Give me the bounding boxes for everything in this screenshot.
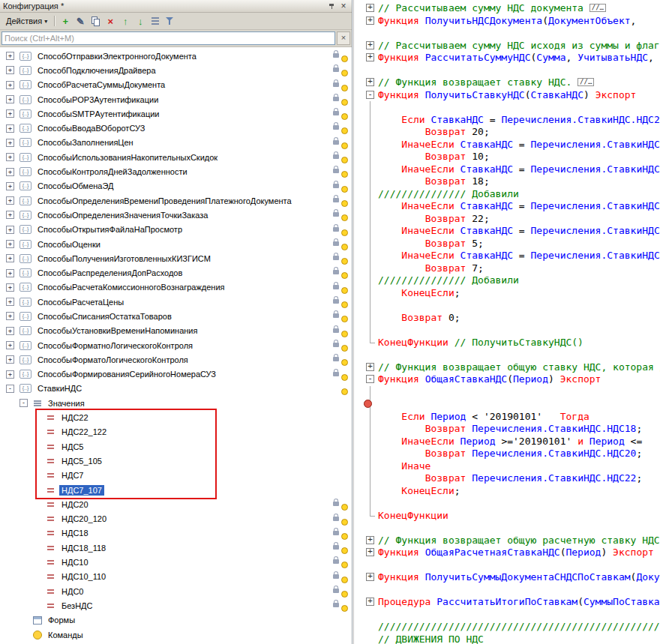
code-line[interactable]: КонецЕсли; — [354, 485, 660, 498]
tree-item[interactable]: НДС18 — [0, 526, 352, 541]
actions-menu-button[interactable]: Действия ▾ — [2, 14, 51, 28]
fold-plus-icon[interactable]: + — [366, 78, 374, 86]
fold-plus-icon[interactable]: + — [366, 548, 374, 556]
code-line[interactable] — [354, 299, 660, 312]
tree-item[interactable]: +{..}СпособПодключенияДрайвера — [0, 63, 352, 77]
tree-item[interactable]: +{..}СпособыSMTPАутентификации — [0, 106, 352, 121]
tree-item[interactable]: +{..}СпособыОценки — [0, 237, 352, 251]
tree-item[interactable]: +{..}СпособыЗаполненияЦен — [0, 136, 352, 150]
tree-item[interactable]: +{..}СпособыРаспределенияДопРасходов — [0, 265, 352, 280]
code-line[interactable]: // ДВИЖЕНИЯ ПО НДС — [354, 634, 660, 644]
expander-plus-icon[interactable]: + — [6, 370, 14, 379]
fold-plus-icon[interactable]: + — [366, 41, 374, 49]
code-line[interactable]: КонецФункции // ПолучитьСтавкуНДС() — [354, 337, 660, 349]
tree-item[interactable]: БезНДС — [0, 598, 352, 613]
tree-item[interactable]: +{..}СпособыВводаВОборотСУЗ — [0, 121, 352, 135]
fold-plus-icon[interactable]: + — [366, 536, 374, 544]
code-line[interactable]: /////////////// Добавили — [354, 274, 660, 287]
clear-search-icon[interactable]: × — [337, 31, 350, 45]
code-line[interactable]: Возврат 7; — [354, 262, 660, 275]
tree-item[interactable]: Формы — [0, 613, 352, 628]
expander-plus-icon[interactable]: + — [6, 355, 14, 364]
code-line[interactable]: +// Рассчитываем сумму НДС документа //… — [354, 2, 660, 15]
fold-plus-icon[interactable]: + — [366, 573, 374, 581]
code-line[interactable] — [354, 559, 660, 572]
tree-item[interactable]: +{..}СпособыИспользованияНакопительныхСк… — [0, 150, 352, 164]
tree-item[interactable]: НДС7 — [0, 469, 352, 483]
expander-plus-icon[interactable]: + — [6, 312, 14, 320]
move-down-button[interactable]: ↓ — [133, 14, 148, 28]
code-line[interactable]: Иначе — [354, 460, 660, 473]
edit-button[interactable]: ✎ — [73, 14, 88, 28]
code-line[interactable]: +Процедура РассчитатьИтогиПоСтавкам(Сумм… — [354, 596, 660, 609]
pin-icon[interactable] — [326, 1, 337, 11]
tree-item[interactable]: НДС10 — [0, 555, 352, 569]
code-line[interactable]: Возврат 22; — [354, 213, 660, 226]
tree-item[interactable]: +{..}СпособыРасчетаКомиссионногоВознагра… — [0, 280, 352, 295]
fold-plus-icon[interactable]: + — [366, 16, 374, 25]
expander-plus-icon[interactable]: + — [6, 240, 14, 248]
fold-plus-icon[interactable]: + — [366, 598, 374, 606]
code-line[interactable]: ИначеЕсли СтавкаНДС = Перечисления.Ставк… — [354, 250, 660, 262]
code-line[interactable] — [354, 64, 660, 77]
code-line[interactable]: Если СтавкаНДС = Перечисления.СтавкиНДС.… — [354, 114, 660, 127]
expander-plus-icon[interactable]: + — [6, 283, 14, 292]
tree-item[interactable]: НДС0 — [0, 584, 352, 598]
tree-item[interactable]: +{..}СпособыОткрытияФайлаНаПросмотр — [0, 223, 352, 237]
move-up-button[interactable]: ↑ — [118, 14, 133, 28]
tree-item[interactable]: +{..}СпособОтправкиЭлектронногоДокумента — [0, 49, 352, 63]
expander-plus-icon[interactable]: + — [6, 226, 14, 234]
expander-plus-icon[interactable]: + — [6, 52, 14, 60]
tree-item[interactable]: НДС22 — [0, 410, 352, 424]
code-line[interactable]: +Функция ПолучитьСуммыДокументаСНДСПоСта… — [354, 571, 660, 584]
tree-item[interactable]: +{..}СпособыУстановкиВремениНапоминания — [0, 324, 352, 338]
code-line[interactable]: ИначеЕсли СтавкаНДС = Перечисления.Ставк… — [354, 225, 660, 238]
tree-item[interactable]: НДС10_110 — [0, 570, 352, 584]
tree-item[interactable]: +{..}СпособыОпределенияЗначенияТочкиЗака… — [0, 208, 352, 222]
fold-minus-icon[interactable]: - — [366, 91, 374, 99]
code-line[interactable]: +// Рассчитываем сумму НДС исходя из сум… — [354, 40, 660, 52]
tree-item[interactable]: +{..}СпособыФорматноЛогическогоКонтроля — [0, 338, 352, 352]
code-line[interactable]: ИначеЕсли СтавкаНДС = Перечисления.Ставк… — [354, 200, 660, 213]
code-line[interactable] — [354, 398, 660, 411]
tree-item[interactable]: НДС20 — [0, 497, 352, 511]
expander-plus-icon[interactable]: + — [6, 109, 14, 118]
fold-plus-icon[interactable]: + — [366, 4, 374, 12]
code-line[interactable] — [354, 609, 660, 622]
fold-plus-icon[interactable]: + — [366, 53, 374, 61]
copy-button[interactable] — [88, 14, 103, 28]
sort-button[interactable] — [148, 14, 163, 28]
close-icon[interactable]: × — [338, 1, 349, 11]
code-line[interactable] — [354, 386, 660, 399]
tree-item[interactable]: НДС5_105 — [0, 454, 352, 468]
tree-item[interactable]: +{..}СпособРасчетаСуммыДокумента — [0, 78, 352, 92]
code-line[interactable]: +// Функция возвращает общую расчетную с… — [354, 535, 660, 547]
breakpoint-icon[interactable] — [364, 400, 372, 408]
code-line[interactable]: ИначеЕсли СтавкаНДС = Перечисления.Ставк… — [354, 139, 660, 151]
expander-minus-icon[interactable]: - — [20, 399, 28, 407]
tree-item[interactable]: НДС20_120 — [0, 512, 352, 526]
expander-minus-icon[interactable]: - — [6, 385, 14, 393]
code-line[interactable] — [354, 101, 660, 114]
code-line[interactable]: ////////////////////////////////////////… — [354, 621, 660, 634]
expander-plus-icon[interactable]: + — [6, 341, 14, 349]
code-line[interactable]: +Функция ПолучитьНДСДокумента(ДокументОб… — [354, 15, 660, 28]
code-line[interactable] — [354, 497, 660, 510]
expander-plus-icon[interactable]: + — [6, 269, 14, 277]
code-line[interactable]: Возврат Перечисления.СтавкиНДС.НДС18; — [354, 423, 660, 436]
code-line[interactable]: ИначеЕсли Период >='20190101' и Период <… — [354, 436, 660, 448]
add-button[interactable]: + — [58, 14, 73, 28]
tree-item[interactable]: +{..}СпособыФорматоЛогическогоКонтроля — [0, 352, 352, 367]
expander-plus-icon[interactable]: + — [6, 124, 14, 133]
code-line[interactable]: -Функция ОбщаяСтавкаНДС(Период) Экспорт — [354, 373, 660, 386]
code-line[interactable]: +// Функция возвращает ставку НДС. //… — [354, 76, 660, 89]
code-line[interactable] — [354, 27, 660, 40]
code-editor[interactable]: +// Рассчитываем сумму НДС документа //…… — [353, 0, 660, 644]
expander-plus-icon[interactable]: + — [6, 196, 14, 205]
fold-plus-icon[interactable]: + — [366, 363, 374, 371]
tree-item[interactable]: +{..}СпособыОпределенияВремениПроведения… — [0, 193, 352, 208]
code-line[interactable]: КонецЕсли; — [354, 287, 660, 300]
tree-item[interactable]: НДС5 — [0, 439, 352, 454]
code-line[interactable]: Возврат 18; — [354, 175, 660, 188]
code-line[interactable]: ИначеЕсли СтавкаНДС = Перечисления.Ставк… — [354, 163, 660, 176]
